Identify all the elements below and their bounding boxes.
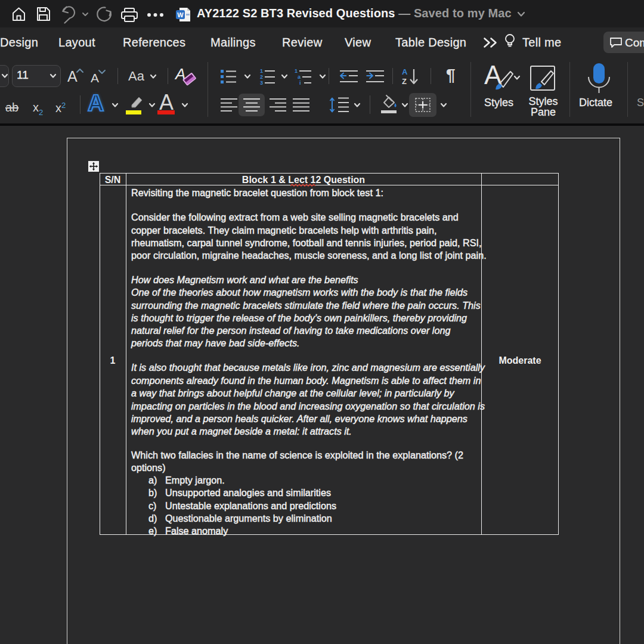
- svg-text:W: W: [177, 11, 184, 18]
- svg-text:A: A: [402, 67, 408, 76]
- svg-text:3: 3: [260, 80, 263, 85]
- svg-text:Z: Z: [402, 77, 407, 86]
- svg-text:2: 2: [260, 74, 263, 80]
- svg-text:i: i: [299, 80, 301, 85]
- svg-text:a: a: [298, 74, 301, 80]
- svg-text:1: 1: [295, 68, 298, 74]
- svg-text:1: 1: [260, 68, 263, 74]
